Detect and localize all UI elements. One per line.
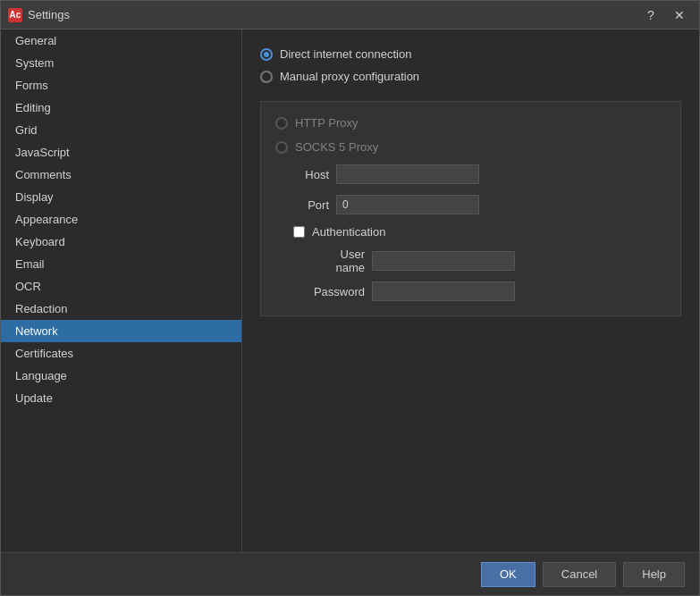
sidebar-item-ocr[interactable]: OCR <box>1 275 241 298</box>
sidebar-item-language[interactable]: Language <box>1 365 241 387</box>
sidebar-item-display[interactable]: Display <box>1 186 241 208</box>
title-bar: Ac Settings ? ✕ <box>1 1 699 29</box>
window-controls: ? ✕ <box>638 6 692 24</box>
auth-checkbox-row[interactable]: Authentication <box>293 225 666 239</box>
help-dialog-button[interactable]: Help <box>623 562 685 587</box>
manual-proxy-label: Manual proxy configuration <box>280 70 419 83</box>
username-input[interactable] <box>372 251 515 271</box>
manual-proxy-row[interactable]: Manual proxy configuration <box>260 70 681 83</box>
settings-window: Ac Settings ? ✕ General System Forms Edi… <box>0 0 700 596</box>
port-row: Port <box>275 195 666 214</box>
password-row: Password <box>311 281 666 301</box>
manual-proxy-radio[interactable] <box>260 71 273 83</box>
sidebar-item-appearance[interactable]: Appearance <box>1 208 241 231</box>
close-button[interactable]: ✕ <box>667 6 692 24</box>
socks5-proxy-label: SOCKS 5 Proxy <box>295 140 378 154</box>
password-input[interactable] <box>372 281 515 301</box>
host-input[interactable] <box>336 164 479 184</box>
sidebar-item-forms[interactable]: Forms <box>1 74 241 97</box>
username-label: User name <box>311 248 365 274</box>
sidebar-item-keyboard[interactable]: Keyboard <box>1 231 241 253</box>
auth-fields: User name Password <box>311 248 666 301</box>
content-area: General System Forms Editing Grid JavaSc… <box>1 29 699 552</box>
auth-label: Authentication <box>312 225 385 239</box>
direct-connection-radio[interactable] <box>260 48 273 61</box>
username-row: User name <box>311 248 666 274</box>
sidebar-item-editing[interactable]: Editing <box>1 97 241 119</box>
sidebar-item-update[interactable]: Update <box>1 387 241 409</box>
http-proxy-label: HTTP Proxy <box>295 116 358 130</box>
ok-button[interactable]: OK <box>481 562 536 587</box>
host-label: Host <box>275 168 329 181</box>
auth-section: Authentication User name Password <box>293 225 666 301</box>
socks5-proxy-row[interactable]: SOCKS 5 Proxy <box>275 140 666 154</box>
connection-type-group: Direct internet connection Manual proxy … <box>260 47 681 83</box>
auth-checkbox[interactable] <box>293 226 305 238</box>
http-proxy-row[interactable]: HTTP Proxy <box>275 116 666 130</box>
port-label: Port <box>275 198 329 212</box>
sidebar-item-javascript[interactable]: JavaScript <box>1 141 241 164</box>
proxy-settings-box: HTTP Proxy SOCKS 5 Proxy Host Port <box>260 101 681 316</box>
host-row: Host <box>275 164 666 184</box>
port-input[interactable] <box>336 195 479 214</box>
cancel-button[interactable]: Cancel <box>543 562 616 587</box>
socks5-proxy-radio[interactable] <box>275 141 288 154</box>
window-title: Settings <box>28 8 638 21</box>
direct-connection-label: Direct internet connection <box>280 47 411 61</box>
password-label: Password <box>311 285 365 298</box>
sidebar: General System Forms Editing Grid JavaSc… <box>1 29 242 552</box>
main-panel: Direct internet connection Manual proxy … <box>242 29 699 552</box>
sidebar-item-grid[interactable]: Grid <box>1 119 241 141</box>
sidebar-item-redaction[interactable]: Redaction <box>1 298 241 320</box>
sidebar-item-certificates[interactable]: Certificates <box>1 342 241 365</box>
sidebar-item-general[interactable]: General <box>1 29 241 52</box>
sidebar-item-system[interactable]: System <box>1 52 241 74</box>
sidebar-item-comments[interactable]: Comments <box>1 164 241 186</box>
http-proxy-radio[interactable] <box>275 117 288 130</box>
direct-connection-row[interactable]: Direct internet connection <box>260 47 681 61</box>
sidebar-item-network[interactable]: Network <box>1 320 241 342</box>
help-button[interactable]: ? <box>638 6 663 24</box>
app-icon: Ac <box>8 8 22 22</box>
bottom-bar: OK Cancel Help <box>1 552 699 595</box>
sidebar-item-email[interactable]: Email <box>1 253 241 275</box>
